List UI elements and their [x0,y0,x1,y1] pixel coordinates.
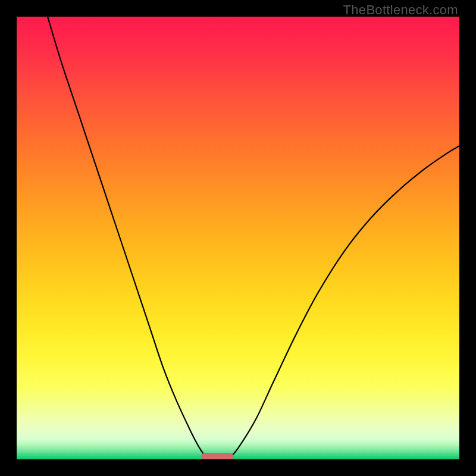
curve-layer [17,17,459,459]
plot-area [17,17,459,459]
bottleneck-curve-left [48,17,209,459]
minimum-marker [201,453,233,459]
bottleneck-curve-right [228,146,459,459]
chart-frame: TheBottleneck.com [0,0,476,476]
watermark-text: TheBottleneck.com [343,2,458,18]
